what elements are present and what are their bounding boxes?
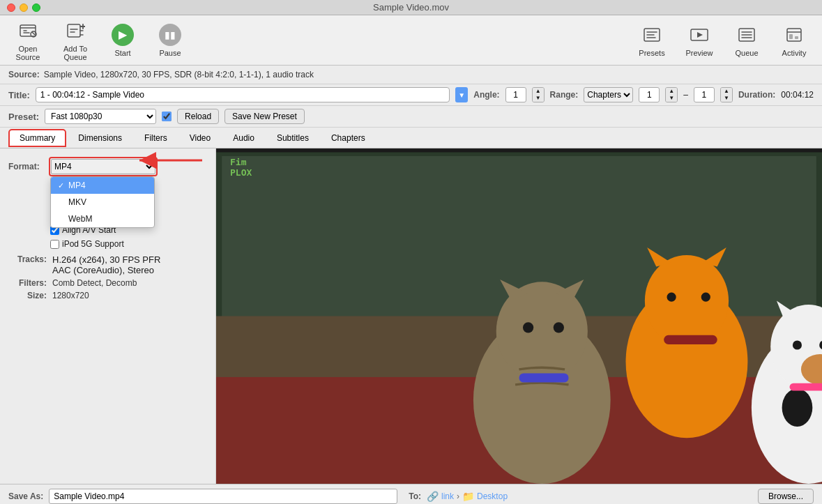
folder-icon: 📁	[462, 491, 474, 502]
chapter-start-up[interactable]: ▲	[666, 88, 677, 95]
chapter-end-down[interactable]: ▼	[721, 95, 732, 102]
preset-checkbox[interactable]	[162, 112, 172, 121]
preset-row: Preset: Fast 1080p30 Reload Save New Pre…	[0, 106, 822, 128]
pause-button[interactable]: ▮▮ Pause	[148, 20, 192, 61]
chapter-end-input[interactable]	[694, 87, 715, 102]
browse-button[interactable]: Browse...	[758, 489, 814, 504]
reload-button[interactable]: Reload	[177, 109, 219, 124]
ipod-5g-row: iPod 5G Support	[8, 239, 207, 249]
svg-marker-5	[697, 32, 703, 38]
format-option-mp4[interactable]: ✓ MP4	[51, 177, 154, 194]
close-button[interactable]	[7, 3, 15, 12]
format-option-webm[interactable]: ✓ WebM	[51, 211, 154, 227]
queue-label: Queue	[735, 49, 758, 57]
chapter-end-up[interactable]: ▲	[721, 88, 732, 95]
range-select[interactable]: Chapters	[584, 87, 633, 102]
tab-summary[interactable]: Summary	[8, 129, 66, 147]
svg-point-38	[793, 340, 802, 349]
angle-down[interactable]: ▼	[533, 95, 544, 102]
title-input[interactable]	[36, 87, 450, 102]
svg-rect-0	[20, 25, 36, 36]
start-icon: ▶	[112, 24, 134, 46]
titlebar: Sample Video.mov	[0, 0, 822, 15]
preset-select[interactable]: Fast 1080p30	[45, 109, 156, 124]
format-row: Format: MP4 MKV WebM ✓ MP4	[8, 157, 207, 176]
activity-button[interactable]: Activity	[772, 20, 816, 61]
link-icon: 🔗	[427, 491, 439, 502]
window-title: Sample Video.mov	[373, 2, 449, 13]
size-value: 1280x720	[52, 291, 207, 300]
duration-label: Duration:	[738, 90, 775, 100]
duration-value: 00:04:12	[781, 90, 814, 100]
queue-button[interactable]: Queue	[724, 20, 769, 61]
path-link[interactable]: link	[441, 491, 454, 501]
path-display: 🔗 link › 📁 Desktop	[427, 491, 508, 502]
angle-up[interactable]: ▲	[533, 88, 544, 95]
activity-label: Activity	[782, 49, 807, 57]
tab-chapters[interactable]: Chapters	[321, 130, 376, 146]
watermark-line2: PLOX	[230, 167, 252, 178]
svg-point-19	[645, 255, 729, 346]
angle-label: Angle:	[473, 90, 499, 100]
minimize-button[interactable]	[20, 3, 28, 12]
tab-dimensions[interactable]: Dimensions	[68, 130, 132, 146]
cat-scene-svg	[216, 148, 822, 484]
content-area: Format: MP4 MKV WebM ✓ MP4	[0, 148, 822, 484]
preview-label: Preview	[685, 49, 713, 57]
format-mp4-label: MP4	[68, 181, 86, 190]
svg-rect-2	[68, 24, 80, 37]
presets-label: Presets	[639, 49, 664, 57]
queue-icon	[736, 24, 758, 46]
path-folder[interactable]: Desktop	[477, 491, 508, 501]
video-preview: Fim PLOX	[216, 148, 822, 484]
tab-subtitles[interactable]: Subtitles	[266, 130, 319, 146]
presets-icon	[641, 24, 663, 46]
open-source-button[interactable]: Open Source	[6, 20, 50, 61]
ipod-5g-label[interactable]: iPod 5G Support	[50, 239, 124, 249]
chapter-end-stepper[interactable]: ▲ ▼	[720, 87, 733, 102]
watermark: Fim PLOX	[230, 157, 252, 178]
tracks-value-1: H.264 (x264), 30 FPS PFR	[52, 254, 207, 265]
start-label: Start	[114, 49, 130, 57]
range-label: Range:	[550, 90, 579, 100]
svg-rect-40	[790, 383, 822, 391]
ipod-5g-checkbox[interactable]	[50, 240, 59, 249]
traffic-lights	[7, 3, 40, 12]
svg-rect-8	[789, 34, 793, 39]
format-option-mkv[interactable]: ✓ MKV	[51, 194, 154, 211]
presets-button[interactable]: Presets	[630, 20, 674, 61]
preview-button[interactable]: Preview	[677, 20, 722, 61]
svg-rect-24	[664, 335, 717, 344]
source-bar: Source: Sample Video, 1280x720, 30 FPS, …	[0, 66, 822, 84]
chapter-start-down[interactable]: ▼	[666, 95, 677, 102]
left-panel: Format: MP4 MKV WebM ✓ MP4	[0, 148, 216, 484]
svg-rect-31	[519, 373, 569, 382]
source-label: Source:	[8, 70, 40, 79]
svg-rect-13	[216, 148, 822, 152]
tab-filters[interactable]: Filters	[134, 130, 178, 146]
add-to-queue-button[interactable]: Add To Queue	[53, 20, 98, 61]
title-stepper-btn[interactable]: ▼	[455, 87, 468, 102]
start-button[interactable]: ▶ Start	[100, 20, 145, 61]
angle-input[interactable]	[505, 87, 526, 102]
preview-icon	[688, 24, 710, 46]
save-as-label: Save As:	[8, 491, 43, 501]
tab-audio[interactable]: Audio	[222, 130, 265, 146]
info-grid: Tracks: H.264 (x264), 30 FPS PFR AAC (Co…	[8, 254, 207, 300]
format-select[interactable]: MP4 MKV WebM	[51, 159, 155, 174]
save-new-preset-button[interactable]: Save New Preset	[224, 109, 305, 124]
to-label: To:	[409, 491, 421, 501]
pause-label: Pause	[159, 49, 181, 57]
angle-stepper[interactable]: ▲ ▼	[532, 87, 545, 102]
toolbar-right: Presets Preview Queue	[630, 20, 816, 61]
tabs-bar: Summary Dimensions Filters Video Audio S…	[0, 128, 822, 148]
format-mkv-label: MKV	[68, 197, 86, 207]
watermark-line1: Fim	[230, 157, 252, 167]
tab-video[interactable]: Video	[179, 130, 221, 146]
chapter-start-input[interactable]	[639, 87, 660, 102]
preset-label: Preset:	[8, 112, 39, 122]
activity-icon	[783, 24, 805, 46]
chapter-start-stepper[interactable]: ▲ ▼	[665, 87, 678, 102]
save-as-input[interactable]	[49, 489, 397, 504]
maximize-button[interactable]	[32, 3, 40, 12]
